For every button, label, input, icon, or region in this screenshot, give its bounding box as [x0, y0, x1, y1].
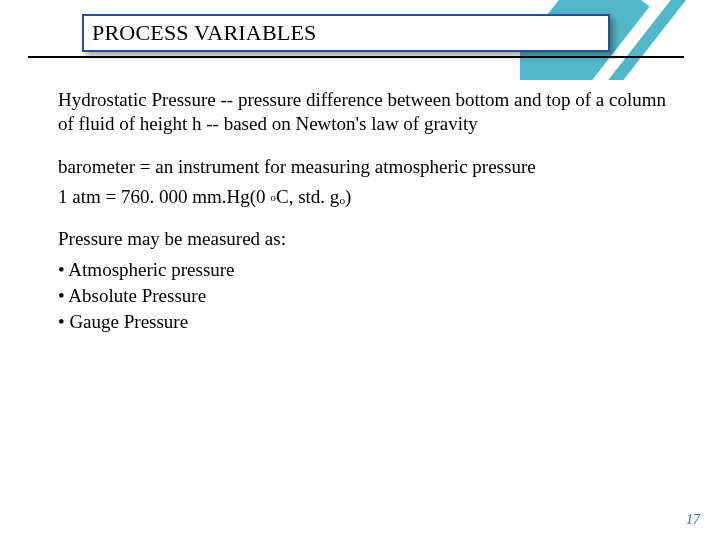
paragraph-hydrostatic: Hydrostatic Pressure -- pressure differe… — [58, 88, 670, 137]
bullet-absolute: • Absolute Pressure — [58, 284, 670, 308]
bullet-gauge: • Gauge Pressure — [58, 310, 670, 334]
title-underline — [28, 56, 684, 58]
atm-text-suffix: ) — [345, 186, 351, 207]
page-number: 17 — [686, 512, 700, 528]
title-box: PROCESS VARIABLES — [82, 14, 610, 52]
body-content: Hydrostatic Pressure -- pressure differe… — [58, 88, 670, 335]
atm-text-mid: C, std. g — [276, 186, 339, 207]
page-title: PROCESS VARIABLES — [92, 20, 317, 46]
atm-text-prefix: 1 atm = 760. 000 mm.Hg(0 — [58, 186, 270, 207]
measured-intro: Pressure may be measured as: — [58, 227, 670, 251]
paragraph-atm: 1 atm = 760. 000 mm.Hg(0 oC, std. go) — [58, 185, 670, 209]
bullet-atmospheric: • Atmospheric pressure — [58, 258, 670, 282]
paragraph-barometer: barometer = an instrument for measuring … — [58, 155, 670, 179]
